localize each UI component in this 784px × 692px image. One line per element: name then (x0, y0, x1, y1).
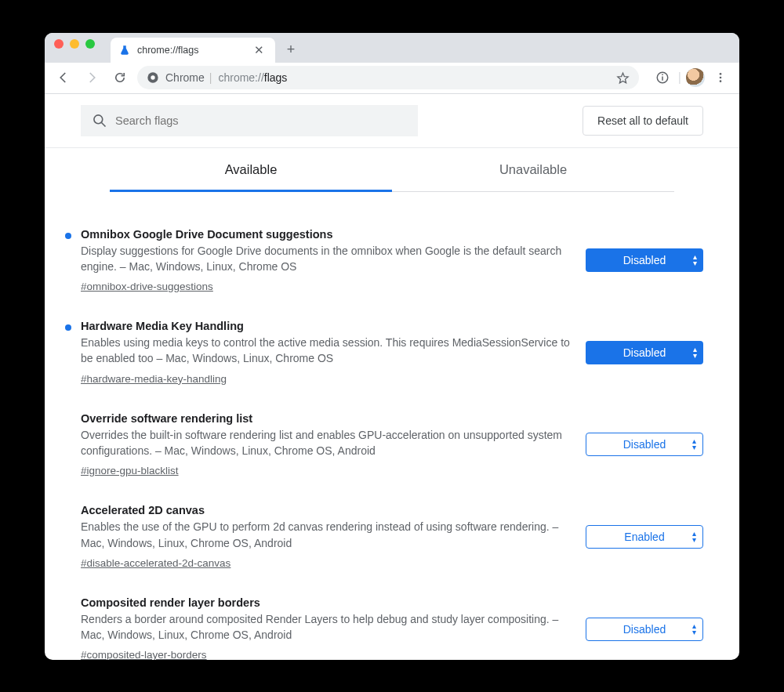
toolbar: Chrome| chrome://flags | (45, 63, 739, 94)
flag-description: Renders a border around composited Rende… (81, 611, 570, 643)
window-controls (54, 33, 111, 63)
flag-description: Overrides the built-in software renderin… (81, 427, 570, 459)
svg-point-7 (720, 80, 722, 82)
flag-select-value: Disabled (623, 254, 666, 266)
flag-anchor-link[interactable]: #composited-layer-borders (81, 649, 207, 659)
flag-select[interactable]: Disabled (586, 248, 703, 272)
flags-tabs: Available Unavailable (110, 148, 674, 192)
flag-row: Accelerated 2D canvasEnables the use of … (81, 491, 703, 584)
modified-dot-icon (65, 233, 71, 239)
url-text: chrome://flags (218, 71, 287, 84)
svg-line-9 (102, 122, 106, 126)
chevron-updown-icon (692, 437, 696, 451)
tab-unavailable[interactable]: Unavailable (392, 148, 674, 192)
chevron-updown-icon (693, 346, 697, 360)
flag-row: Override software rendering listOverride… (81, 400, 703, 492)
url-scheme-label: Chrome| (165, 71, 212, 84)
flag-title: Composited render layer borders (81, 596, 570, 609)
menu-icon[interactable] (710, 67, 731, 89)
flag-select-value: Disabled (623, 346, 666, 359)
flags-topbar: Reset all to default (45, 94, 739, 148)
titlebar: chrome://flags ✕ + (45, 33, 739, 63)
flag-row: Hardware Media Key HandlingEnables using… (81, 307, 703, 400)
forward-button[interactable] (81, 67, 103, 89)
close-tab-icon[interactable]: ✕ (251, 43, 267, 57)
flag-select[interactable]: Disabled (586, 433, 703, 456)
chevron-updown-icon (692, 530, 696, 544)
search-input[interactable] (115, 114, 407, 127)
flag-row: Omnibox Google Drive Document suggestion… (81, 216, 703, 308)
profile-avatar[interactable] (686, 68, 705, 87)
chrome-icon (147, 71, 159, 84)
tab-title: chrome://flags (137, 45, 245, 56)
svg-point-6 (720, 77, 722, 79)
flask-icon (118, 44, 131, 56)
reload-button[interactable] (109, 67, 131, 89)
flag-anchor-link[interactable]: #hardware-media-key-handling (81, 373, 227, 385)
chevron-updown-icon (693, 253, 697, 267)
reset-all-button[interactable]: Reset all to default (583, 106, 703, 136)
search-icon (92, 113, 107, 129)
star-icon[interactable] (616, 71, 630, 85)
flag-anchor-link[interactable]: #ignore-gpu-blacklist (81, 465, 179, 476)
flag-description: Enables the use of the GPU to perform 2d… (81, 519, 570, 551)
svg-rect-4 (662, 74, 663, 76)
flags-list: Omnibox Google Drive Document suggestion… (45, 192, 739, 660)
flag-description: Display suggestions for Google Drive doc… (81, 243, 570, 275)
flag-title: Override software rendering list (81, 412, 570, 425)
flag-select[interactable]: Disabled (586, 341, 703, 364)
info-icon[interactable] (652, 67, 673, 89)
flag-title: Omnibox Google Drive Document suggestion… (81, 228, 570, 241)
flag-title: Accelerated 2D canvas (81, 504, 570, 516)
minimize-window-button[interactable] (70, 39, 79, 49)
maximize-window-button[interactable] (85, 39, 95, 49)
browser-tab[interactable]: chrome://flags ✕ (111, 38, 275, 63)
svg-point-1 (151, 75, 154, 79)
flag-row: Composited render layer bordersRenders a… (81, 584, 703, 660)
chevron-updown-icon (692, 622, 696, 636)
address-bar[interactable]: Chrome| chrome://flags (137, 66, 639, 89)
flag-anchor-link[interactable]: #disable-accelerated-2d-canvas (81, 557, 230, 569)
svg-point-8 (94, 114, 103, 123)
flag-description: Enables using media keys to control the … (81, 335, 570, 367)
flag-title: Hardware Media Key Handling (81, 320, 570, 332)
flag-select-value: Disabled (623, 623, 666, 636)
page-content: Reset all to default Available Unavailab… (45, 94, 739, 660)
search-flags-box[interactable] (81, 105, 418, 136)
back-button[interactable] (53, 67, 74, 89)
close-window-button[interactable] (54, 39, 64, 49)
new-tab-button[interactable]: + (280, 39, 302, 61)
flag-anchor-link[interactable]: #omnibox-drive-suggestions (81, 281, 213, 292)
modified-dot-icon (65, 324, 71, 331)
flag-select[interactable]: Enabled (586, 525, 703, 549)
flag-select[interactable]: Disabled (586, 618, 703, 641)
flag-select-value: Enabled (624, 531, 664, 543)
svg-point-5 (720, 73, 722, 75)
tab-available[interactable]: Available (110, 148, 392, 192)
svg-rect-3 (662, 77, 663, 81)
flag-select-value: Disabled (623, 438, 666, 451)
browser-window: chrome://flags ✕ + Chrome| chrome://flag… (45, 33, 739, 660)
